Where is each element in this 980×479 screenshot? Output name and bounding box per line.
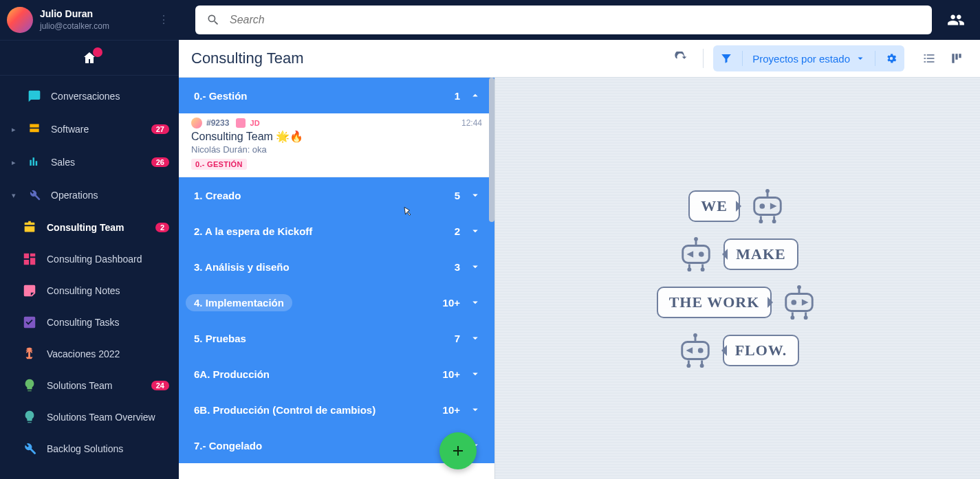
task-card[interactable]: #9233 JD 12:44 Consulting Team 🌟🔥 Nicolá… <box>179 113 494 177</box>
bars-icon <box>28 155 41 169</box>
assignee-avatar-icon <box>236 118 246 128</box>
profile-name: Julio Duran <box>40 8 151 20</box>
gear-icon <box>885 52 897 65</box>
nav-label: Consulting Team <box>47 222 146 233</box>
nav-software[interactable]: ▸ Software 27 <box>0 113 179 146</box>
chevron-down-icon <box>468 189 482 201</box>
nav-label: Consulting Notes <box>47 285 169 296</box>
detail-pane: WE MAKE THE WORK FLOW. <box>495 78 980 479</box>
list-view-button[interactable] <box>917 46 941 71</box>
group-count: 2 <box>455 225 460 237</box>
wrench-icon <box>28 188 41 202</box>
group-implementacion[interactable]: 4. Implementación 10+ <box>179 285 494 320</box>
note-icon <box>22 284 37 298</box>
nav-operations[interactable]: ▾ Operations <box>0 179 179 212</box>
bulb-icon <box>22 379 37 392</box>
task-tag: 0.- GESTIÓN <box>191 159 247 170</box>
page-header: Consulting Team Proyectos por estado <box>179 40 980 78</box>
nav-label: Backlog Solutions <box>47 443 169 454</box>
home-notification-dot <box>93 47 102 57</box>
group-pruebas[interactable]: 5. Pruebas 7 <box>179 320 494 356</box>
group-gestion[interactable]: 0.- Gestión 1 <box>179 78 494 113</box>
placeholder-text: FLOW. <box>735 342 787 359</box>
nav-conversaciones[interactable]: Conversaciones <box>0 80 179 113</box>
nav-sales[interactable]: ▸ Sales 26 <box>0 146 179 179</box>
profile-menu-icon[interactable]: ⋮ <box>158 14 169 25</box>
plus-icon <box>450 443 466 459</box>
chevron-right-icon: ▸ <box>10 158 18 167</box>
group-analisis[interactable]: 3. Análisis y diseño 3 <box>179 249 494 285</box>
checkbox-icon <box>22 315 37 329</box>
robot-icon <box>676 333 715 368</box>
group-label: 7.- Congelado <box>194 440 452 452</box>
kanban-view-button[interactable] <box>944 46 969 71</box>
search-input[interactable] <box>230 14 921 26</box>
body: 0.- Gestión 1 #9233 JD 12:44 Consulting … <box>179 78 980 479</box>
chevron-down-icon <box>468 368 482 380</box>
group-count: 3 <box>455 261 460 273</box>
server-icon <box>28 122 41 136</box>
task-time: 12:44 <box>461 118 482 128</box>
nav-consulting-team[interactable]: Consulting Team 2 <box>0 212 179 243</box>
nav-solutions-overview[interactable]: Solutions Team Overview <box>0 401 179 433</box>
nav-label: Consulting Tasks <box>47 317 169 328</box>
main: Consulting Team Proyectos por estado <box>179 0 980 479</box>
contacts-button[interactable] <box>946 10 966 30</box>
group-produccion-a[interactable]: 6A. Producción 10+ <box>179 356 494 392</box>
home-button[interactable] <box>0 40 179 76</box>
nav-badge: 27 <box>151 124 169 134</box>
group-label: 6A. Producción <box>194 368 435 380</box>
group-label: 6B. Producción (Control de cambios) <box>194 404 435 416</box>
nav-badge: 2 <box>155 223 169 232</box>
briefcase-icon <box>22 221 37 234</box>
group-label: 4. Implementación <box>186 294 292 311</box>
nav-solutions-team[interactable]: Solutions Team 24 <box>0 370 179 401</box>
group-creado[interactable]: 1. Creado 5 <box>179 177 494 213</box>
bulb-icon <box>22 410 37 424</box>
task-title: Consulting Team 🌟🔥 <box>191 130 482 143</box>
divider <box>703 49 704 68</box>
robot-icon <box>748 188 787 224</box>
group-label: 1. Creado <box>194 190 446 201</box>
sidebar: Julio Duran julio@cotalker.com ⋮ Convers… <box>0 0 179 479</box>
nav-label: Solutions Team Overview <box>47 412 169 423</box>
robot-icon <box>780 285 818 320</box>
group-kickoff[interactable]: 2. A la espera de Kickoff 2 <box>179 213 494 249</box>
task-assignee: JD <box>250 119 260 127</box>
group-produccion-b[interactable]: 6B. Producción (Control de cambios) 10+ <box>179 392 494 427</box>
task-id: #9233 <box>206 118 229 128</box>
group-label: 3. Análisis y diseño <box>194 261 446 273</box>
nav-consulting-notes[interactable]: Consulting Notes <box>0 275 179 307</box>
placeholder-text: WE <box>701 197 728 214</box>
nav-consulting-tasks[interactable]: Consulting Tasks <box>0 307 179 338</box>
add-task-button[interactable] <box>439 432 477 469</box>
nav-backlog-solutions[interactable]: Backlog Solutions <box>0 433 179 465</box>
nav-badge: 26 <box>151 157 169 167</box>
people-icon <box>947 11 965 29</box>
filter-dropdown[interactable]: Proyectos por estado <box>713 45 904 71</box>
chevron-down-icon <box>468 296 482 309</box>
scrollbar[interactable] <box>489 78 494 222</box>
nav-vacaciones[interactable]: Vacaciones 2022 <box>0 338 179 370</box>
nav-label: Consulting Dashboard <box>47 254 169 265</box>
nav-label: Vacaciones 2022 <box>47 348 169 359</box>
nav-consulting-dashboard[interactable]: Consulting Dashboard <box>0 243 179 275</box>
task-list-pane: 0.- Gestión 1 #9233 JD 12:44 Consulting … <box>179 78 495 479</box>
topbar <box>179 0 980 40</box>
palm-icon <box>22 347 37 361</box>
search-box[interactable] <box>195 5 932 34</box>
chevron-down-icon <box>468 225 482 237</box>
refresh-icon <box>674 52 688 65</box>
nav-badge: 24 <box>151 381 169 390</box>
refresh-button[interactable] <box>668 46 693 71</box>
filter-icon <box>720 52 732 65</box>
chevron-down-icon <box>468 260 482 273</box>
group-label: 2. A la espera de Kickoff <box>194 225 446 237</box>
avatar <box>7 7 33 33</box>
group-label: 0.- Gestión <box>194 90 446 102</box>
chevron-up-icon <box>468 89 482 102</box>
group-label: 5. Pruebas <box>194 333 446 344</box>
profile-section[interactable]: Julio Duran julio@cotalker.com ⋮ <box>0 0 179 40</box>
nav-label: Software <box>51 124 142 135</box>
group-count: 10+ <box>443 297 460 309</box>
